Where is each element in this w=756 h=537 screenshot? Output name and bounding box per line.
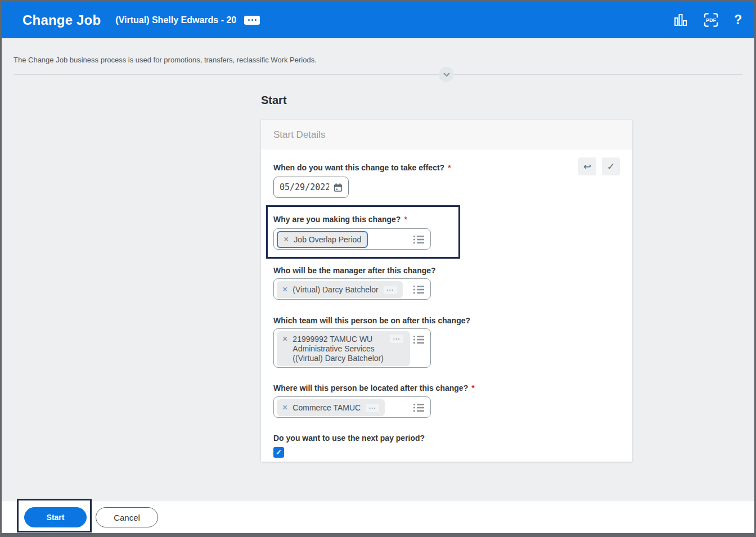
remove-selection-icon[interactable]: × [284, 235, 289, 244]
pdf-export-icon[interactable]: PDF [704, 13, 718, 28]
reason-select[interactable]: × Job Overlap Period [273, 228, 431, 250]
effective-date-label: When do you want this change to take eff… [273, 163, 451, 172]
panel-title: Start Details [273, 129, 326, 141]
chevron-down-icon [443, 72, 451, 77]
help-icon[interactable]: ? [734, 12, 742, 28]
required-asterisk: * [404, 215, 407, 224]
footer-bar: Start Cancel [2, 501, 754, 533]
start-button[interactable]: Start [24, 507, 87, 527]
effective-date-field [273, 177, 349, 198]
team-selected-pill: × 21999992 TAMUC WU Administrative Servi… [277, 331, 410, 366]
required-asterisk: * [448, 163, 451, 172]
app-header: Change Job (Virtual) Shelly Edwards - 20… [2, 2, 754, 38]
calendar-icon[interactable] [334, 182, 343, 193]
next-pay-period-checkbox[interactable]: ✓ [273, 447, 284, 458]
bar-chart-icon[interactable] [673, 13, 688, 28]
required-asterisk: * [471, 383, 474, 392]
prompt-list-icon[interactable] [413, 335, 424, 344]
manager-label: Who will be the manager after this chang… [273, 266, 436, 275]
reason-label: Why are you making this change?* [273, 215, 407, 224]
section-title: Start [261, 94, 287, 107]
related-actions-chip[interactable]: ⋯ [390, 335, 403, 343]
team-selected-value: 21999992 TAMUC WU Administrative Service… [292, 335, 384, 363]
panel-header: Start Details [261, 120, 632, 150]
next-pay-period-label: Do you want to use the next pay period? [273, 434, 425, 443]
location-select[interactable]: × Commerce TAMUC ⋯ [273, 396, 431, 418]
location-selected-pill: × Commerce TAMUC ⋯ [277, 399, 385, 416]
undo-button[interactable]: ↩ [578, 157, 596, 175]
manager-select[interactable]: × (Virtual) Darcy Batchelor ⋯ [273, 278, 431, 300]
remove-selection-icon[interactable]: × [282, 335, 287, 344]
reason-selected-value: Job Overlap Period [294, 235, 361, 244]
prompt-list-icon[interactable] [413, 285, 424, 294]
team-select[interactable]: × 21999992 TAMUC WU Administrative Servi… [273, 328, 431, 368]
process-description: The Change Job business process is used … [14, 56, 317, 64]
effective-date-input[interactable] [280, 182, 329, 192]
page-title: Change Job [22, 12, 101, 28]
change-job-window: Change Job (Virtual) Shelly Edwards - 20… [0, 0, 756, 537]
manager-selected-value: (Virtual) Darcy Batchelor [292, 285, 378, 294]
svg-text:PDF: PDF [706, 17, 717, 23]
location-selected-value: Commerce TAMUC [292, 403, 361, 412]
collapse-toggle[interactable] [439, 67, 454, 82]
team-label: Which team will this person be on after … [273, 316, 470, 325]
cancel-button[interactable]: Cancel [96, 507, 158, 527]
confirm-button[interactable]: ✓ [602, 157, 620, 175]
remove-selection-icon[interactable]: × [282, 403, 287, 412]
checkmark-icon: ✓ [276, 448, 282, 457]
ellipsis-icon [248, 19, 250, 21]
related-actions-chip[interactable]: ⋯ [384, 286, 397, 294]
employee-name: (Virtual) Shelly Edwards - 20 [115, 15, 236, 25]
divider [14, 74, 742, 75]
reason-selected-pill: × Job Overlap Period [277, 231, 368, 248]
prompt-list-icon[interactable] [413, 235, 424, 244]
header-toolbar: PDF ? [673, 2, 742, 38]
checkmark-icon: ✓ [607, 161, 615, 173]
prompt-list-icon[interactable] [413, 403, 424, 412]
related-actions-chip[interactable]: ⋯ [366, 404, 379, 412]
remove-selection-icon[interactable]: × [282, 285, 287, 294]
related-actions-button[interactable] [244, 16, 260, 25]
location-label: Where will this person be located after … [273, 383, 475, 392]
manager-selected-pill: × (Virtual) Darcy Batchelor ⋯ [277, 281, 403, 298]
undo-icon: ↩ [583, 161, 591, 173]
